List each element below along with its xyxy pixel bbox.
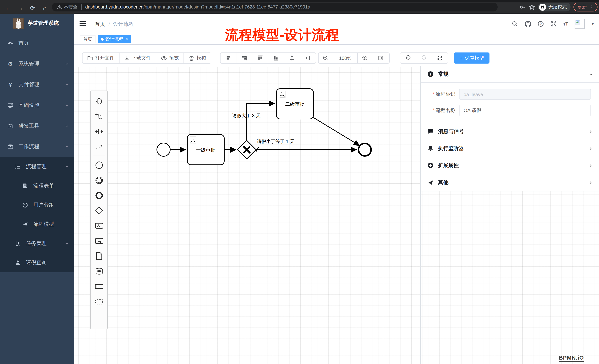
align-bottom-button[interactable] [268, 52, 284, 64]
create-participant[interactable] [92, 279, 106, 294]
app-logo[interactable]: 芋道管理系统 [0, 14, 74, 33]
search-icon[interactable] [511, 20, 518, 27]
sidebar-item-task-mgmt[interactable]: 任务管理 [0, 234, 74, 253]
browser-update-button[interactable]: 更新 ⋮ [573, 3, 598, 11]
end-event[interactable] [359, 143, 371, 156]
create-end-event[interactable] [92, 188, 106, 203]
url-path: /bpm/manager/model/design?modelId=e4a1a1… [143, 4, 310, 10]
zoom-out-button[interactable] [318, 52, 333, 64]
create-subprocess[interactable] [92, 233, 106, 248]
intermediate-event-icon [94, 175, 104, 185]
section-label: 常规 [438, 71, 589, 77]
tab-home[interactable]: 首页 [80, 35, 96, 43]
dashboard-icon [7, 40, 13, 46]
create-start-event[interactable] [92, 157, 106, 173]
browser-active-tab[interactable] [0, 0, 110, 2]
global-connect-tool[interactable] [92, 139, 106, 154]
lasso-tool[interactable] [92, 109, 106, 124]
create-gateway[interactable] [92, 203, 106, 218]
align-hcenter-button[interactable] [300, 52, 316, 64]
sidebar-item-label: 任务管理 [26, 240, 65, 247]
close-icon[interactable]: × [126, 37, 128, 41]
sidebar-item-system[interactable]: ⚙ 系统管理 [0, 54, 74, 74]
align-left-button[interactable] [220, 52, 237, 64]
sidebar-item-workflow[interactable]: 工作流程 [0, 136, 74, 157]
user-task-icon [94, 221, 104, 230]
sidebar-item-infra[interactable]: 基础设施 [0, 95, 74, 116]
flow-gateway-to-task2[interactable] [247, 103, 275, 140]
download-file-button[interactable]: 下载文件 [119, 52, 156, 64]
bpmn-palette [90, 91, 108, 329]
space-tool[interactable] [92, 124, 106, 139]
user-task-level1[interactable]: 一级审批 [187, 135, 224, 165]
browser-reload-button[interactable]: ⟳ [28, 3, 37, 12]
process-name-input[interactable] [459, 105, 591, 116]
redo-button[interactable] [416, 52, 432, 64]
align-vcenter-button[interactable] [284, 52, 300, 64]
chevron-down-icon [65, 242, 69, 245]
start-event[interactable] [157, 143, 170, 156]
zoom-in-button[interactable] [357, 52, 372, 64]
sidebar-item-user-group[interactable]: 用户分组 [0, 195, 74, 215]
browser-address-bar[interactable]: 不安全 dashboard.yudao.iocoder.cn/bpm/manag… [52, 3, 498, 11]
sidebar-item-process-form[interactable]: 流程表单 [0, 176, 74, 195]
zoom-level[interactable]: 100% [333, 52, 358, 64]
incognito-label: 无痕模式 [548, 4, 567, 10]
browser-menu-icon[interactable]: ⋮ [589, 4, 594, 10]
github-icon[interactable] [524, 20, 531, 27]
save-model-button[interactable]: + 保存模型 [454, 52, 490, 64]
browser-forward-button[interactable]: → [16, 3, 25, 12]
process-key-input[interactable] [459, 89, 591, 100]
breadcrumb-home[interactable]: 首页 [95, 21, 105, 28]
align-right-button[interactable] [236, 52, 252, 64]
sidebar-item-label: 流程管理 [26, 163, 65, 170]
sidebar-item-devtools[interactable]: 研发工具 [0, 116, 74, 136]
bookmark-star-icon[interactable] [529, 4, 535, 10]
breadcrumb-current: 设计流程 [113, 21, 134, 28]
sidebar-item-payment[interactable]: ¥ 支付管理 [0, 74, 74, 95]
help-icon[interactable]: ? [537, 20, 544, 27]
password-key-icon[interactable] [520, 4, 526, 10]
create-data-store[interactable] [92, 263, 106, 279]
sidebar-item-process-model[interactable]: 流程模型 [0, 215, 74, 234]
create-intermediate-event[interactable] [92, 173, 106, 188]
avatar-caret-icon[interactable]: ▼ [591, 22, 595, 26]
tab-design-process[interactable]: 设计流程 × [98, 35, 132, 43]
preview-button[interactable]: 预览 [156, 52, 184, 64]
undo-button[interactable] [400, 52, 416, 64]
security-label[interactable]: 不安全 [64, 4, 78, 10]
exclusive-gateway[interactable] [238, 140, 256, 159]
sidebar-item-label: 支付管理 [18, 81, 65, 88]
flow-task2-to-end[interactable] [313, 118, 360, 146]
font-size-icon[interactable]: TT [563, 21, 568, 27]
section-other[interactable]: 其他 [421, 174, 599, 191]
align-top-button[interactable] [252, 52, 268, 64]
sidebar-item-label: 工作流程 [18, 143, 65, 150]
tab-label: 首页 [83, 36, 92, 42]
sidebar-item-leave-query[interactable]: 请假查询 [0, 253, 74, 272]
user-task-level2[interactable]: 二级审批 [276, 89, 313, 119]
section-general[interactable]: i 常规 [421, 66, 599, 83]
field-process-name: *流程名称 [424, 105, 591, 116]
avatar[interactable] [575, 19, 585, 29]
simulate-button[interactable]: 模拟 [184, 52, 211, 64]
hand-tool[interactable] [92, 93, 106, 109]
create-group[interactable] [92, 294, 106, 309]
breadcrumb-separator: / [108, 21, 110, 27]
create-user-task[interactable] [92, 218, 106, 233]
sidebar-item-home[interactable]: 首页 [0, 33, 74, 54]
bpmn-io-watermark[interactable]: BPMN.iO [559, 354, 584, 362]
refresh-button[interactable] [432, 52, 448, 64]
sidebar-item-process-mgmt[interactable]: 流程管理 [0, 157, 74, 176]
zoom-reset-button[interactable] [372, 52, 390, 64]
open-file-button[interactable]: 打开文件 [82, 52, 120, 64]
browser-back-button[interactable]: ← [4, 3, 13, 12]
browser-home-button[interactable]: ⌂ [40, 3, 49, 12]
section-execution-listener[interactable]: 执行监听器 [421, 140, 599, 157]
create-data-object[interactable] [92, 248, 106, 263]
section-message-signal[interactable]: 消息与信号 [421, 123, 599, 140]
sidebar-collapse-icon[interactable] [79, 21, 86, 27]
section-extended-attrs[interactable]: 扩展属性 [421, 157, 599, 174]
url-text[interactable]: dashboard.yudao.iocoder.cn/bpm/manager/m… [85, 4, 310, 10]
fullscreen-icon[interactable] [550, 20, 557, 27]
